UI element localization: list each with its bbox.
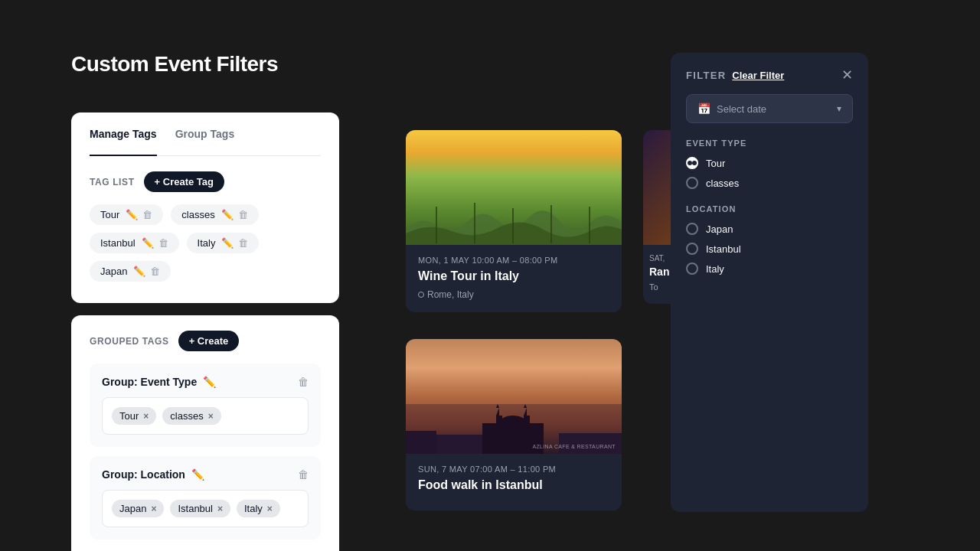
radio-japan[interactable]: [686, 223, 698, 235]
event-card-wine-tour[interactable]: MON, 1 MAY 10:00 AM – 08:00 PM Wine Tour…: [406, 130, 622, 312]
group-tag-name: Tour: [119, 410, 139, 422]
calendar-icon: 📅: [697, 103, 710, 115]
left-panel: Manage Tags Group Tags TAG LIST + Create…: [71, 112, 339, 551]
delete-icon[interactable]: 🗑: [238, 237, 248, 249]
image-caption: AZLINA CAFE & RESTAURANT: [532, 444, 616, 449]
partial-location: To: [649, 282, 665, 292]
radio-tour[interactable]: [686, 157, 698, 169]
close-button[interactable]: ✕: [841, 68, 853, 82]
tag-actions: ✏️ 🗑: [221, 237, 248, 249]
event-meta: MON, 1 MAY 10:00 AM – 08:00 PM: [418, 256, 609, 265]
filter-title: FILTER: [686, 70, 726, 81]
radio-label-classes: classes: [706, 178, 739, 189]
radio-option-istanbul[interactable]: Istanbul: [686, 243, 853, 255]
list-item: classes ×: [162, 407, 220, 425]
event-image: AZLINA CAFE & RESTAURANT: [406, 339, 622, 454]
radio-label-italy: Italy: [706, 263, 724, 275]
date-select-left: 📅 Select date: [697, 103, 766, 115]
radio-classes[interactable]: [686, 177, 698, 189]
list-item: Italy ×: [237, 500, 280, 517]
list-item: Tour ×: [112, 407, 156, 425]
group-title: Group: Location: [102, 468, 185, 481]
group-card-header: Group: Location ✏️ 🗑: [102, 468, 309, 481]
date-select[interactable]: 📅 Select date ▾: [686, 94, 853, 123]
group-tag-name: Istanbul: [178, 503, 213, 514]
tag-actions: ✏️ 🗑: [133, 266, 160, 277]
radio-italy[interactable]: [686, 262, 698, 275]
grouped-header: GROUPED TAGS + Create: [90, 331, 321, 351]
radio-istanbul[interactable]: [686, 243, 698, 255]
radio-option-japan[interactable]: Japan: [686, 223, 853, 235]
chevron-down-icon: ▾: [837, 103, 841, 114]
grouped-tags-card: GROUPED TAGS + Create Group: Event Type …: [71, 315, 339, 551]
remove-tag-icon[interactable]: ×: [267, 504, 273, 514]
list-item: Italy ✏️ 🗑: [187, 233, 260, 253]
create-group-button[interactable]: + Create: [178, 331, 240, 351]
radio-option-italy[interactable]: Italy: [686, 262, 853, 275]
event-type-label: EVENT TYPE: [686, 139, 853, 148]
delete-icon[interactable]: 🗑: [158, 237, 168, 249]
event-type-section: EVENT TYPE Tour classes: [686, 139, 853, 189]
radio-label-istanbul: Istanbul: [706, 243, 741, 255]
group-tag-name: Italy: [244, 503, 263, 514]
list-item: classes ✏️ 🗑: [171, 204, 258, 225]
event-info: SUN, 7 MAY 07:00 AM – 11:00 PM Food walk…: [406, 454, 622, 510]
event-name: Food walk in Istanbul: [418, 478, 609, 492]
edit-icon[interactable]: ✏️: [133, 266, 145, 277]
group-tag-name: Japan: [119, 503, 146, 514]
edit-icon[interactable]: ✏️: [142, 237, 154, 249]
group-tags-list: Japan × Istanbul × Italy ×: [102, 490, 309, 527]
tag-list-label: TAG LIST: [90, 177, 135, 187]
clear-filter-button[interactable]: Clear Filter: [732, 70, 784, 81]
edit-icon[interactable]: ✏️: [191, 468, 204, 481]
date-select-text: Select date: [717, 103, 766, 115]
list-item: Istanbul ×: [170, 500, 230, 517]
remove-tag-icon[interactable]: ×: [208, 411, 214, 422]
partial-info: SAT, Ran To: [643, 245, 671, 304]
edit-icon[interactable]: ✏️: [126, 209, 138, 220]
list-item: Japan ✏️ 🗑: [90, 261, 171, 282]
radio-label-japan: Japan: [706, 223, 733, 235]
delete-icon[interactable]: 🗑: [142, 209, 152, 220]
page-title: Custom Event Filters: [71, 52, 278, 77]
partial-image: [643, 130, 671, 245]
filter-header: FILTER Clear Filter ✕: [686, 68, 853, 82]
tags-grid: Tour ✏️ 🗑 classes ✏️ 🗑 Istanbul ✏️ 🗑: [90, 204, 321, 282]
group-event-type: Group: Event Type ✏️ 🗑 Tour × classes ×: [90, 364, 321, 447]
radio-option-tour[interactable]: Tour: [686, 157, 853, 169]
tab-group-tags[interactable]: Group Tags: [175, 128, 235, 146]
edit-icon[interactable]: ✏️: [221, 237, 234, 249]
location-icon: [418, 292, 424, 298]
remove-tag-icon[interactable]: ×: [151, 504, 156, 514]
tab-manage-tags[interactable]: Manage Tags: [90, 128, 157, 156]
delete-icon[interactable]: 🗑: [150, 266, 160, 277]
group-location: Group: Location ✏️ 🗑 Japan × Istanbul × …: [90, 456, 321, 540]
list-item: Tour ✏️ 🗑: [90, 204, 163, 225]
edit-icon[interactable]: ✏️: [203, 376, 216, 388]
tag-name: Tour: [100, 209, 119, 220]
delete-icon[interactable]: 🗑: [298, 376, 309, 388]
create-tag-button[interactable]: + Create Tag: [144, 171, 224, 192]
group-card-header: Group: Event Type ✏️ 🗑: [102, 376, 309, 388]
filter-panel: FILTER Clear Filter ✕ 📅 Select date ▾ EV…: [671, 53, 868, 512]
tag-name: Istanbul: [100, 237, 136, 249]
tag-list-header: TAG LIST + Create Tag: [90, 171, 321, 192]
location-section: LOCATION Japan Istanbul Italy: [686, 204, 853, 275]
delete-icon[interactable]: 🗑: [298, 468, 309, 481]
remove-tag-icon[interactable]: ×: [217, 504, 223, 514]
tag-name: Italy: [198, 237, 216, 249]
tag-actions: ✏️ 🗑: [126, 209, 152, 220]
event-card-food-walk[interactable]: AZLINA CAFE & RESTAURANT SUN, 7 MAY 07:0…: [406, 339, 622, 510]
event-image: [406, 130, 622, 245]
location-text: Rome, Italy: [427, 289, 474, 300]
tag-name: Japan: [100, 266, 127, 277]
remove-tag-icon[interactable]: ×: [143, 411, 149, 422]
delete-icon[interactable]: 🗑: [238, 209, 248, 220]
tabs-row: Manage Tags Group Tags: [90, 128, 321, 156]
event-meta: SUN, 7 MAY 07:00 AM – 11:00 PM: [418, 465, 609, 474]
radio-option-classes[interactable]: classes: [686, 177, 853, 189]
event-card-partial: SAT, Ran To: [643, 130, 671, 304]
grouped-tags-label: GROUPED TAGS: [90, 336, 169, 347]
event-name: Wine Tour in Italy: [418, 269, 609, 283]
edit-icon[interactable]: ✏️: [221, 209, 234, 220]
